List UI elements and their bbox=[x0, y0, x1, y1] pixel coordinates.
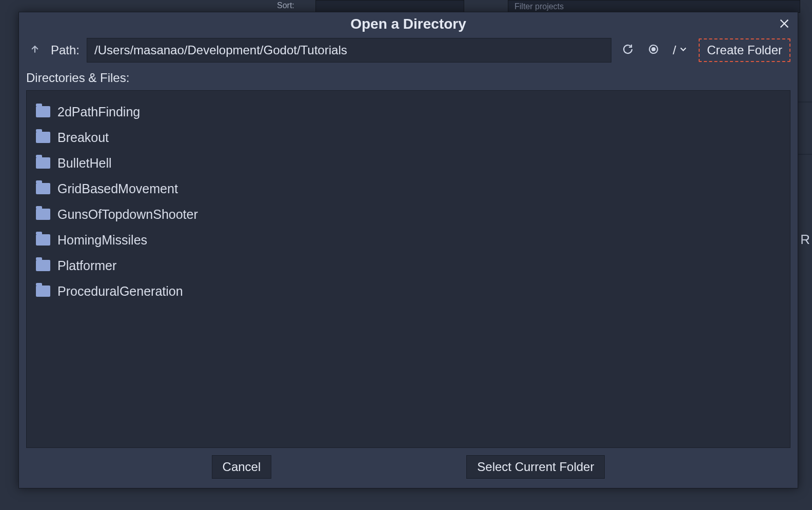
dialog-title: Open a Directory bbox=[350, 16, 466, 32]
refresh-icon bbox=[622, 43, 634, 57]
folder-icon bbox=[36, 285, 50, 297]
list-item-label: BulletHell bbox=[57, 156, 112, 171]
cancel-button[interactable]: Cancel bbox=[212, 455, 272, 479]
cancel-label: Cancel bbox=[223, 460, 261, 474]
close-icon bbox=[779, 18, 790, 31]
create-folder-button[interactable]: Create Folder bbox=[699, 38, 790, 62]
path-label: Path: bbox=[51, 43, 80, 57]
list-item[interactable]: Breakout bbox=[36, 125, 781, 150]
drive-select[interactable]: / bbox=[670, 43, 692, 57]
filter-projects-input[interactable]: Filter projects bbox=[508, 0, 800, 13]
chevron-down-icon bbox=[678, 43, 688, 57]
folder-icon bbox=[36, 132, 50, 143]
dialog-button-row: Cancel Select Current Folder bbox=[19, 448, 798, 488]
bg-right-char: R bbox=[800, 232, 810, 248]
folder-icon bbox=[36, 183, 50, 194]
close-button[interactable] bbox=[775, 15, 794, 34]
path-row: Path: / Create Folder bbox=[19, 36, 798, 68]
folder-icon bbox=[36, 157, 50, 169]
folder-icon bbox=[36, 209, 50, 220]
list-item[interactable]: GunsOfTopdownShooter bbox=[36, 201, 781, 227]
list-item[interactable]: Platformer bbox=[36, 253, 781, 278]
list-item[interactable]: 2dPathFinding bbox=[36, 99, 781, 125]
path-input[interactable] bbox=[87, 38, 611, 63]
list-item-label: HomingMissiles bbox=[57, 233, 147, 248]
eye-icon bbox=[647, 43, 660, 57]
folder-icon bbox=[36, 234, 50, 246]
list-item[interactable]: GridBasedMovement bbox=[36, 176, 781, 201]
create-folder-label: Create Folder bbox=[707, 43, 782, 57]
list-item-label: Platformer bbox=[57, 258, 116, 273]
bg-separator bbox=[798, 101, 812, 103]
dialog-titlebar: Open a Directory bbox=[19, 12, 798, 36]
drive-label: / bbox=[673, 43, 677, 57]
bg-separator-2 bbox=[798, 154, 812, 155]
list-item-label: 2dPathFinding bbox=[57, 105, 140, 119]
open-directory-dialog: Open a Directory Path: / bbox=[18, 12, 798, 488]
arrow-up-icon bbox=[30, 44, 40, 56]
toggle-hidden-button[interactable] bbox=[644, 41, 663, 59]
list-item-label: GridBasedMovement bbox=[57, 181, 178, 196]
list-item-label: GunsOfTopdownShooter bbox=[57, 207, 198, 222]
select-label: Select Current Folder bbox=[477, 460, 594, 474]
list-item[interactable]: HomingMissiles bbox=[36, 227, 781, 253]
svg-point-6 bbox=[652, 48, 655, 51]
file-list[interactable]: 2dPathFinding Breakout BulletHell GridBa… bbox=[26, 90, 790, 448]
list-item[interactable]: BulletHell bbox=[36, 150, 781, 176]
folder-icon bbox=[36, 260, 50, 271]
directories-files-label: Directories & Files: bbox=[19, 68, 798, 90]
sort-dropdown[interactable] bbox=[315, 0, 464, 13]
sort-label: Sort: bbox=[277, 1, 294, 10]
go-up-button[interactable] bbox=[26, 42, 44, 59]
filter-placeholder: Filter projects bbox=[514, 2, 564, 11]
list-item[interactable]: ProceduralGeneration bbox=[36, 278, 781, 304]
list-item-label: Breakout bbox=[57, 130, 109, 145]
list-item-label: ProceduralGeneration bbox=[57, 284, 183, 299]
folder-icon bbox=[36, 106, 50, 117]
refresh-button[interactable] bbox=[619, 41, 637, 59]
select-current-folder-button[interactable]: Select Current Folder bbox=[466, 455, 605, 479]
